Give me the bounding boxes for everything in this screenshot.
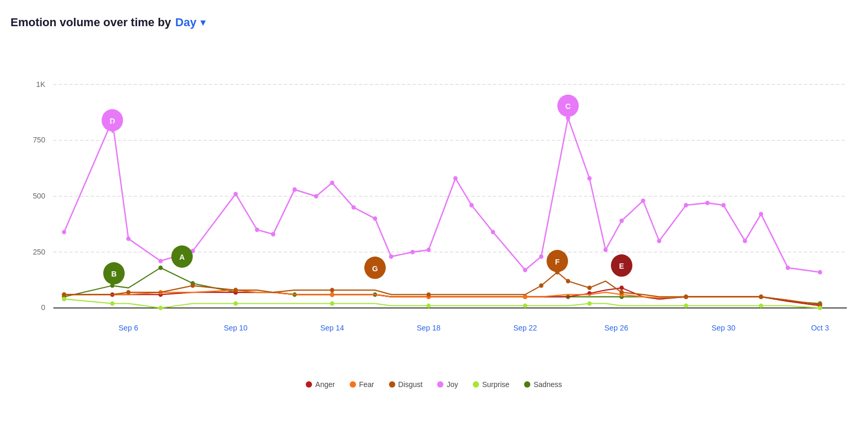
chart-container: 1K 750 500 250 0 Sep 6 Sep 10 Sep 14 Sep… bbox=[10, 40, 858, 375]
svg-text:500: 500 bbox=[33, 192, 46, 200]
svg-point-20 bbox=[126, 236, 130, 241]
chart-title: Emotion volume over time by Day ▾ bbox=[10, 16, 858, 29]
svg-point-48 bbox=[743, 239, 747, 244]
legend-joy: Joy bbox=[437, 380, 458, 389]
anger-dot bbox=[306, 381, 312, 388]
joy-dot bbox=[437, 381, 443, 388]
chart-legend: Anger Fear Disgust Joy Surprise Sadness bbox=[10, 380, 858, 389]
svg-point-112 bbox=[759, 303, 763, 308]
svg-point-50 bbox=[786, 266, 790, 270]
svg-point-21 bbox=[159, 259, 163, 263]
svg-point-46 bbox=[705, 201, 709, 205]
svg-point-107 bbox=[330, 301, 334, 306]
svg-point-91 bbox=[191, 283, 195, 288]
svg-point-25 bbox=[271, 232, 275, 237]
surprise-dot bbox=[473, 381, 479, 388]
svg-point-32 bbox=[410, 250, 415, 255]
sadness-label: Sadness bbox=[533, 380, 562, 389]
svg-point-34 bbox=[453, 176, 458, 181]
svg-point-82 bbox=[330, 292, 334, 297]
svg-point-49 bbox=[759, 212, 763, 217]
surprise-label: Surprise bbox=[482, 380, 509, 389]
svg-text:250: 250 bbox=[33, 247, 46, 256]
svg-point-31 bbox=[389, 255, 393, 259]
svg-point-84 bbox=[523, 294, 527, 299]
svg-point-101 bbox=[759, 294, 763, 299]
svg-point-95 bbox=[539, 283, 543, 288]
svg-point-94 bbox=[427, 292, 431, 297]
svg-point-18 bbox=[62, 230, 66, 235]
svg-point-92 bbox=[233, 288, 238, 293]
svg-point-98 bbox=[587, 285, 592, 290]
svg-point-109 bbox=[523, 303, 527, 308]
svg-text:Sep 22: Sep 22 bbox=[513, 323, 537, 332]
svg-text:750: 750 bbox=[33, 136, 46, 144]
sadness-dot bbox=[524, 381, 530, 388]
fear-dot bbox=[350, 381, 356, 388]
svg-point-108 bbox=[427, 303, 431, 308]
svg-text:A: A bbox=[180, 253, 185, 261]
svg-point-51 bbox=[818, 270, 822, 274]
sadness-line bbox=[64, 268, 820, 303]
chevron-down-icon[interactable]: ▾ bbox=[201, 17, 205, 28]
svg-point-36 bbox=[491, 230, 495, 235]
svg-point-23 bbox=[233, 192, 238, 196]
svg-point-37 bbox=[523, 268, 527, 272]
svg-text:Sep 26: Sep 26 bbox=[604, 323, 628, 332]
svg-text:C: C bbox=[565, 102, 571, 111]
fear-label: Fear bbox=[359, 380, 374, 389]
svg-text:Sep 10: Sep 10 bbox=[224, 323, 247, 332]
svg-point-89 bbox=[62, 292, 66, 297]
legend-sadness: Sadness bbox=[524, 380, 562, 389]
svg-text:0: 0 bbox=[41, 303, 46, 312]
svg-point-45 bbox=[684, 203, 688, 207]
svg-point-29 bbox=[351, 205, 355, 210]
svg-point-75 bbox=[619, 285, 624, 290]
svg-point-93 bbox=[330, 288, 334, 293]
svg-point-27 bbox=[314, 194, 318, 199]
svg-point-47 bbox=[721, 203, 726, 207]
svg-point-30 bbox=[373, 216, 377, 221]
surprise-line bbox=[64, 299, 820, 308]
svg-text:E: E bbox=[619, 262, 625, 270]
svg-point-90 bbox=[126, 290, 130, 295]
svg-point-113 bbox=[818, 306, 822, 311]
svg-point-35 bbox=[470, 203, 474, 207]
emotion-chart: 1K 750 500 250 0 Sep 6 Sep 10 Sep 14 Sep… bbox=[10, 40, 858, 375]
svg-point-33 bbox=[427, 248, 431, 252]
legend-surprise: Surprise bbox=[473, 380, 509, 389]
svg-text:G: G bbox=[372, 264, 378, 272]
title-highlight[interactable]: Day bbox=[175, 16, 196, 29]
joy-label: Joy bbox=[447, 380, 458, 389]
svg-point-106 bbox=[233, 301, 238, 306]
svg-point-44 bbox=[657, 239, 661, 244]
svg-point-43 bbox=[641, 199, 645, 203]
disgust-dot bbox=[389, 381, 395, 388]
svg-point-26 bbox=[293, 188, 297, 192]
svg-point-103 bbox=[62, 297, 66, 302]
svg-text:Sep 18: Sep 18 bbox=[417, 323, 440, 332]
svg-text:B: B bbox=[111, 270, 116, 278]
svg-point-40 bbox=[587, 176, 592, 181]
svg-point-100 bbox=[684, 294, 688, 299]
svg-text:Sep 6: Sep 6 bbox=[119, 323, 138, 332]
svg-text:Sep 30: Sep 30 bbox=[711, 323, 735, 332]
title-prefix: Emotion volume over time by bbox=[10, 16, 171, 29]
anger-label: Anger bbox=[315, 380, 335, 389]
svg-point-42 bbox=[619, 218, 624, 223]
svg-point-110 bbox=[587, 301, 592, 306]
svg-point-111 bbox=[684, 303, 688, 308]
svg-point-97 bbox=[566, 279, 570, 284]
legend-disgust: Disgust bbox=[389, 380, 423, 389]
svg-text:Oct 3: Oct 3 bbox=[811, 323, 829, 332]
legend-fear: Fear bbox=[350, 380, 374, 389]
svg-point-54 bbox=[159, 266, 163, 270]
svg-point-105 bbox=[159, 306, 163, 311]
svg-point-41 bbox=[604, 248, 608, 252]
legend-anger: Anger bbox=[306, 380, 335, 389]
svg-text:1K: 1K bbox=[36, 80, 46, 88]
svg-point-99 bbox=[619, 290, 624, 295]
svg-point-104 bbox=[110, 301, 114, 306]
disgust-label: Disgust bbox=[398, 380, 423, 389]
svg-point-24 bbox=[255, 227, 259, 232]
